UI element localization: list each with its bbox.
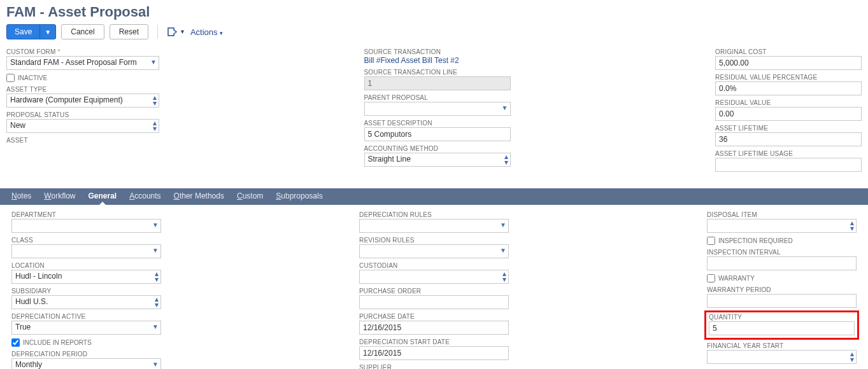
location-select[interactable]: Hudl - Lincoln <box>11 270 161 284</box>
residual-value-label: RESIDUAL VALUE <box>715 99 862 106</box>
financial-year-start-label: FINANCIAL YEAR START <box>707 342 857 349</box>
depreciation-period-label: DEPRECIATION PERIOD <box>11 351 161 358</box>
accounting-method-label: ACCOUNTING METHOD <box>364 145 511 152</box>
purchase-date-label: PURCHASE DATE <box>359 313 509 320</box>
warranty-checkbox[interactable]: WARRANTY <box>707 274 857 282</box>
include-in-reports-checkbox[interactable]: INCLUDE IN REPORTS <box>11 338 161 347</box>
cancel-button[interactable]: Cancel <box>61 24 104 39</box>
custom-form-label: CUSTOM FORM <box>6 48 159 55</box>
proposal-status-select[interactable]: New <box>6 119 159 133</box>
revision-rules-label: REVISION RULES <box>359 237 509 244</box>
parent-proposal-label: PARENT PROPOSAL <box>364 94 511 101</box>
quantity-label: QUANTITY <box>709 314 855 321</box>
include-in-reports-label: INCLUDE IN REPORTS <box>23 339 92 346</box>
depreciation-start-date-input[interactable] <box>359 346 509 360</box>
residual-percentage-input[interactable] <box>715 81 862 95</box>
original-cost-label: ORIGINAL COST <box>715 48 862 55</box>
proposal-status-label: PROPOSAL STATUS <box>6 111 159 118</box>
tab-strip: NNotesotes Workflow General Accounts Oth… <box>0 188 868 205</box>
quantity-highlight: QUANTITY <box>704 310 859 340</box>
department-label: DEPARTMENT <box>11 211 161 218</box>
tab-custom[interactable]: Custom <box>237 191 263 200</box>
class-label: CLASS <box>11 237 161 244</box>
toolbar: Save ▼ Cancel Reset ▼ Actions ▾ <box>6 24 862 39</box>
asset-description-input[interactable] <box>364 127 511 141</box>
save-button[interactable]: Save ▼ <box>6 24 56 39</box>
purchase-order-label: PURCHASE ORDER <box>359 288 509 295</box>
inactive-checkbox-input[interactable] <box>6 74 15 82</box>
custom-form-select[interactable]: Standard FAM - Asset Proposal Form <box>6 56 159 70</box>
revision-rules-select[interactable] <box>359 244 509 258</box>
source-transaction-line-label: SOURCE TRANSACTION LINE <box>364 69 511 76</box>
asset-lifetime-usage-input[interactable] <box>715 158 862 172</box>
tab-accounts[interactable]: Accounts <box>129 191 160 200</box>
depreciation-start-date-label: DEPRECIATION START DATE <box>359 338 509 345</box>
department-select[interactable] <box>11 219 161 233</box>
subsidiary-label: SUBSIDIARY <box>11 288 161 295</box>
general-panel: DEPARTMENT ▼ CLASS ▼ LOCATION Hudl - Lin… <box>6 211 862 369</box>
tab-subproposals[interactable]: Subproposals <box>276 191 322 200</box>
subsidiary-select[interactable]: Hudl U.S. <box>11 295 161 309</box>
parent-proposal-select[interactable] <box>364 102 511 116</box>
purchase-order-input[interactable] <box>359 295 509 309</box>
asset-lifetime-label: ASSET LIFETIME <box>715 125 862 132</box>
inspection-required-checkbox[interactable]: INSPECTION REQUIRED <box>707 237 857 245</box>
actions-menu[interactable]: Actions ▾ <box>190 27 223 37</box>
asset-lifetime-usage-label: ASSET LIFETIME USAGE <box>715 150 862 157</box>
warranty-checkbox-input[interactable] <box>707 274 715 282</box>
inspection-required-checkbox-input[interactable] <box>707 237 715 245</box>
chevron-down-icon: ▼ <box>180 29 185 35</box>
page-title: FAM - Asset Proposal <box>6 4 862 20</box>
source-transaction-link[interactable]: Bill #Fixed Asset Bill Test #2 <box>364 56 511 65</box>
inactive-label: INACTIVE <box>18 74 47 81</box>
save-dropdown-caret[interactable]: ▼ <box>39 25 55 39</box>
asset-type-select[interactable]: Hardware (Computer Equipment) <box>6 94 159 108</box>
financial-year-start-select[interactable] <box>707 350 857 364</box>
save-button-label: Save <box>7 25 39 39</box>
warranty-label: WARRANTY <box>718 275 755 282</box>
disposal-item-label: DISPOSAL ITEM <box>707 211 857 218</box>
asset-label: ASSET <box>6 137 159 144</box>
inspection-interval-label: INSPECTION INTERVAL <box>707 249 857 256</box>
asset-lifetime-input[interactable] <box>715 132 862 146</box>
custodian-select[interactable] <box>359 270 509 284</box>
quantity-input[interactable] <box>709 321 855 335</box>
warranty-period-label: WARRANTY PERIOD <box>707 286 857 293</box>
tab-workflow[interactable]: Workflow <box>44 191 75 200</box>
inspection-interval-input[interactable] <box>707 256 857 270</box>
original-cost-input[interactable] <box>715 56 862 70</box>
asset-type-label: ASSET TYPE <box>6 86 159 93</box>
depreciation-rules-label: DEPRECIATION RULES <box>359 211 509 218</box>
class-select[interactable] <box>11 244 161 258</box>
toolbar-separator <box>157 25 158 39</box>
source-transaction-line-input <box>364 76 511 90</box>
expand-icon[interactable]: ▼ <box>167 27 185 37</box>
actions-label: Actions <box>190 27 218 37</box>
depreciation-rules-select[interactable] <box>359 219 509 233</box>
tab-general[interactable]: General <box>88 191 117 200</box>
accounting-method-select[interactable]: Straight Line <box>364 153 511 167</box>
reset-button[interactable]: Reset <box>110 24 148 39</box>
tab-other-methods[interactable]: Other Methods <box>174 191 224 200</box>
disposal-item-select[interactable] <box>707 219 857 233</box>
source-transaction-label: SOURCE TRANSACTION <box>364 48 511 55</box>
inactive-checkbox[interactable]: INACTIVE <box>6 74 159 82</box>
depreciation-period-select[interactable]: Monthly <box>11 358 161 369</box>
location-label: LOCATION <box>11 262 161 269</box>
supplier-label: SUPPLIER <box>359 364 509 369</box>
inspection-required-label: INSPECTION REQUIRED <box>718 237 793 244</box>
include-in-reports-checkbox-input[interactable] <box>11 338 20 347</box>
warranty-period-input[interactable] <box>707 294 857 308</box>
chevron-down-icon: ▾ <box>220 30 223 36</box>
main-form: CUSTOM FORM Standard FAM - Asset Proposa… <box>6 48 862 176</box>
purchase-date-input[interactable] <box>359 321 509 335</box>
asset-description-label: ASSET DESCRIPTION <box>364 120 511 127</box>
custodian-label: CUSTODIAN <box>359 262 509 269</box>
residual-value-input[interactable] <box>715 107 862 121</box>
tab-notes[interactable]: NNotesotes <box>11 191 31 200</box>
depreciation-active-select[interactable]: True <box>11 321 161 335</box>
residual-percentage-label: RESIDUAL VALUE PERCENTAGE <box>715 74 862 81</box>
depreciation-active-label: DEPRECIATION ACTIVE <box>11 313 161 320</box>
